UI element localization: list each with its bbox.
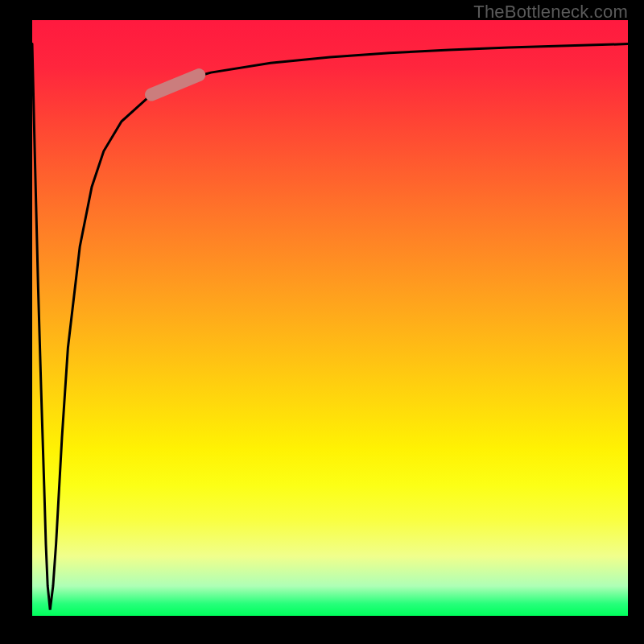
- bottleneck-curve-path: [32, 44, 628, 610]
- highlight-segment: [151, 75, 199, 94]
- curve-layer: [32, 20, 628, 616]
- chart-frame: TheBottleneck.com: [0, 0, 644, 644]
- attribution-label: TheBottleneck.com: [473, 2, 628, 23]
